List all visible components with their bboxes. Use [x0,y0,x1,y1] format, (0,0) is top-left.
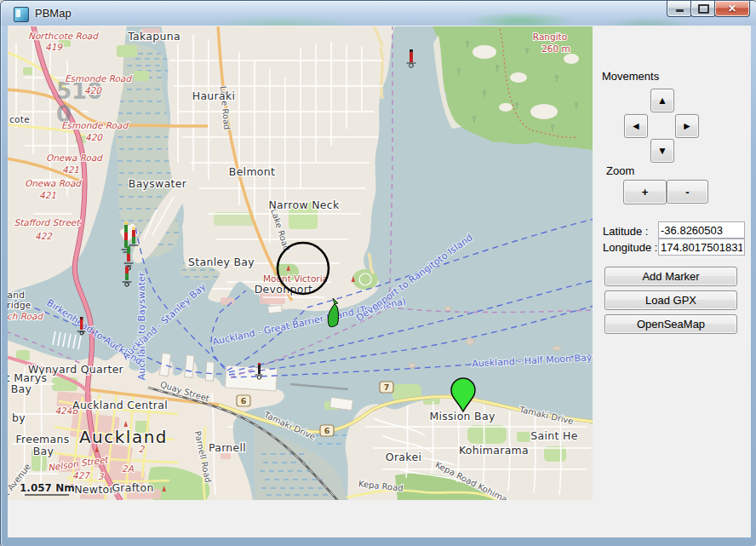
load-gpx-button[interactable]: Load GPX [604,290,737,310]
client-area: 510 0 Auckland to Bayswater Birkenhead t… [8,26,751,537]
label-stafford: Stafford Street [14,217,82,227]
titlebar[interactable]: PBMap [1,1,756,26]
move-right-button[interactable]: ► [675,114,699,138]
label-kohimarama: Kohimarama [459,444,529,457]
up-arrow-icon: ▲ [657,95,667,106]
label-beach-road-frag: ch Road [8,311,43,321]
move-down-button[interactable]: ▼ [650,139,674,163]
zoom-out-button[interactable]: - [667,180,708,204]
control-panel: Movements ▲ ◄ ► ▼ Zoom + - Latitude : Lo… [593,26,751,537]
maximize-button[interactable] [690,1,716,17]
map-viewport[interactable]: 510 0 Auckland to Bayswater Birkenhead t… [8,26,593,500]
label-422: 422 [35,231,53,241]
zoom-in-button[interactable]: + [623,180,667,204]
move-up-button[interactable]: ▲ [650,89,674,112]
close-button[interactable]: ✕ [714,1,750,17]
badge-6a: 6 [237,395,250,406]
latitude-label: Latitude : [603,225,649,238]
right-arrow-icon: ► [682,120,692,132]
label-bridge-frag-1: ckland [8,290,25,300]
map-scale: 1.057 Nm [20,482,75,495]
svg-text:7: 7 [384,382,390,392]
label-ponsonby-frag: by [12,411,26,424]
movements-label: Movements [602,70,659,83]
maximize-icon [698,4,709,14]
label-grafton: Grafton [112,481,153,494]
label-rangitoto-elev: 260 m [541,43,570,54]
label-takapuna: Takapuna [127,30,180,43]
label-auckland-central: Auckland Central [72,399,168,411]
label-northcote-frag: cote [9,114,30,124]
scale-label: 1.057 Nm [20,482,75,494]
label-belmont: Belmont [229,165,276,178]
label-saint-heliers-frag: Saint He [530,429,577,442]
label-esmonde-1: Esmonde Road [65,73,133,83]
label-hauraki: Hauraki [192,89,236,102]
map-canvas[interactable]: 510 0 Auckland to Bayswater Birkenhead t… [8,26,593,500]
move-left-button[interactable]: ◄ [624,114,648,138]
add-marker-button[interactable]: Add Marker [604,267,737,286]
badge-6b: 6 [320,425,334,436]
label-onewa-1: Onewa Road [46,152,103,163]
label-narrow-neck: Narrow Neck [268,198,340,211]
badge-7: 7 [380,382,393,393]
label-bayswater: Bayswater [129,177,187,190]
minimize-icon [676,9,684,12]
window-title: PBMap [35,7,72,20]
label-bridge-frag-2: ur Bridge [8,300,32,310]
down-arrow-icon: ▼ [657,145,667,157]
label-421b: 421 [39,190,56,200]
longitude-label: Longitude : [603,241,657,254]
label-esmonde-2: Esmonde Road [61,120,129,130]
close-icon: ✕ [728,3,736,14]
latitude-input[interactable] [658,221,745,239]
zoom-label: Zoom [606,164,634,177]
openseamap-button[interactable]: OpenSeaMap [604,314,737,334]
label-stanley-bay: Stanley Bay [188,256,255,268]
label-420b: 420 [85,132,103,142]
label-mission-bay: Mission Bay [429,410,495,422]
longitude-input[interactable] [658,239,745,256]
label-parnell: Parnell [209,441,246,454]
label-onewa-2: Onewa Road [25,178,82,188]
minimize-button[interactable] [667,1,692,17]
label-419: 419 [45,42,63,52]
label-northcote-road: Northcote Road [28,31,99,41]
svg-text:6: 6 [324,426,330,435]
svg-text:6: 6 [241,396,247,405]
left-arrow-icon: ◄ [631,120,641,132]
label-freemans-bay: Bay [33,445,54,457]
label-newton: Newton [74,483,117,496]
label-rangitoto: Rangito [533,32,567,42]
label-427: 427 [72,470,90,480]
label-freemans: Freemans [15,433,69,445]
label-auckland: Auckland [79,427,168,447]
app-window: PBMap ✕ [0,0,756,546]
label-421a: 421 [62,164,79,175]
label-st-marys-bay: Bay [11,382,32,395]
label-420a: 420 [84,85,102,95]
label-ref2a: 2A [122,463,135,474]
label-orakei: Orakei [386,451,421,463]
app-icon [14,7,29,22]
